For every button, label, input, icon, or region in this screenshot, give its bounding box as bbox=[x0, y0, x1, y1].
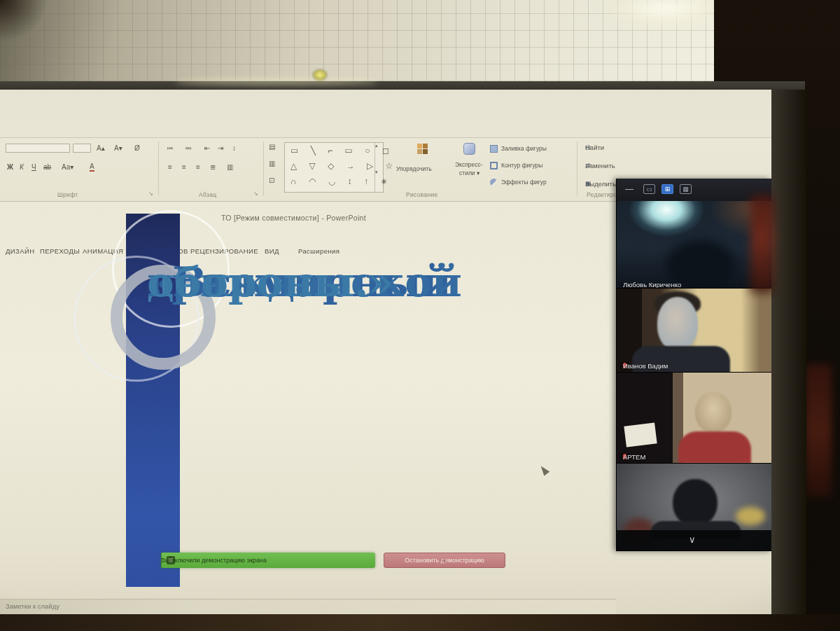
stop-share-label: Остановить демонстрацию bbox=[405, 557, 484, 564]
tab-transitions[interactable]: ПЕРЕХОДЫ bbox=[40, 247, 80, 255]
shape-outline-icon bbox=[490, 162, 498, 169]
video-panel-header: — ▭ ⊞ ▦ bbox=[617, 179, 772, 201]
shrink-font-button[interactable]: А▾ bbox=[114, 144, 122, 152]
arrange-button[interactable]: Упорядочить bbox=[396, 165, 432, 172]
participant-video[interactable]: АРТЕМ bbox=[617, 373, 772, 464]
participant-name: АРТЕМ bbox=[623, 453, 645, 461]
find-label: Найти bbox=[585, 144, 604, 151]
font-color-button[interactable]: А bbox=[90, 163, 94, 172]
participant-name-tag: Иванов Вадим bbox=[620, 362, 630, 369]
paragraph-group-label: Абзац bbox=[199, 191, 216, 198]
stop-share-button[interactable]: ■ Остановить демонстрацию bbox=[384, 553, 505, 568]
font-group-label: Шрифт bbox=[57, 191, 78, 198]
participant-name: Любовь Кириченко bbox=[623, 281, 681, 289]
shape-outline-button[interactable]: Контур фигуры bbox=[501, 162, 542, 169]
font-size-box[interactable] bbox=[73, 144, 91, 153]
zoom-video-panel: — ▭ ⊞ ▦ Любовь Кириченко Иванов Вадим bbox=[616, 179, 771, 551]
panel-pager-bar: ∨ bbox=[617, 530, 772, 551]
justify-button[interactable]: ≣ bbox=[210, 163, 216, 171]
shapes-gallery[interactable]: ▭ ╲ ⌐ ▭ ○ ◻ △ ▽ ◇ → ▷ ☆ ∩ ◠ ◡ ↕ ↑ ∗ ▴ ▾ bbox=[284, 142, 384, 193]
white-paper bbox=[624, 422, 657, 447]
change-case-button[interactable]: Аа▾ bbox=[62, 163, 74, 171]
align-left-button[interactable]: ≡ bbox=[168, 163, 172, 171]
align-text-icon[interactable]: ▥ bbox=[269, 160, 275, 167]
notes-button[interactable]: Заметки к слайду bbox=[6, 602, 59, 610]
yellow-object bbox=[736, 507, 765, 525]
status-bar bbox=[0, 599, 616, 615]
participant-video[interactable]: ∨ bbox=[617, 464, 772, 551]
gallery-view-icon[interactable]: ⊞ bbox=[662, 184, 673, 194]
quick-styles-button[interactable]: Экспресс- bbox=[455, 161, 483, 168]
columns-button[interactable]: ▥ bbox=[227, 163, 233, 171]
bullets-button[interactable]: ≔ bbox=[167, 144, 174, 152]
titlebar: ТО [Режим совместимости] - PowerPoint ? … bbox=[0, 105, 771, 122]
participant-face bbox=[657, 297, 698, 350]
gallery-more-icon[interactable]: ▾ bbox=[375, 169, 378, 175]
tab-design[interactable]: ДИЗАЙН bbox=[6, 247, 34, 255]
screen-sharing-banner: ▦ Вы включили демонстрацию экрана ‖ bbox=[161, 553, 375, 568]
font-dialog-launcher-icon[interactable]: ↘ bbox=[148, 190, 153, 197]
drawing-group-label: Рисование bbox=[406, 191, 438, 198]
speaker-view-icon[interactable]: ▭ bbox=[643, 184, 655, 194]
select-label: Выделить bbox=[585, 180, 616, 188]
slide-title-line: обороны.» bbox=[147, 247, 393, 319]
photo-of-laptop-screen: ТО [Режим совместимости] - PowerPoint ? … bbox=[0, 0, 840, 631]
align-right-button[interactable]: ≡ bbox=[196, 163, 200, 171]
gallery-up-icon[interactable]: ▴ bbox=[375, 143, 378, 148]
participant-name: Иванов Вадим bbox=[623, 362, 668, 370]
gallery-scroll[interactable]: ▴ ▾ bbox=[374, 143, 384, 192]
line-spacing-button[interactable]: ↕ bbox=[232, 144, 236, 152]
participant-red-shirt bbox=[678, 431, 751, 464]
participant-video[interactable]: Иванов Вадим bbox=[617, 289, 772, 373]
participant-name-tag: Любовь Кириченко bbox=[620, 284, 626, 285]
decrease-indent-button[interactable]: ⇤ bbox=[204, 144, 210, 152]
shape-effects-icon bbox=[490, 179, 498, 186]
italic-button[interactable]: К bbox=[20, 163, 24, 171]
participant-silhouette bbox=[673, 479, 718, 527]
underline-button[interactable]: Ч bbox=[31, 163, 36, 171]
shape-fill-button[interactable]: Заливка фигуры bbox=[501, 145, 547, 152]
smartart-icon[interactable]: ⊡ bbox=[269, 176, 274, 184]
chevron-down-icon[interactable]: ∨ bbox=[689, 534, 696, 545]
laptop-screen: ТО [Режим совместимости] - PowerPoint ? … bbox=[0, 0, 840, 631]
shape-effects-button[interactable]: Эффекты фигур bbox=[501, 179, 547, 186]
group-divider bbox=[158, 141, 159, 196]
font-name-box[interactable] bbox=[6, 144, 70, 153]
strikethrough-button[interactable]: ab bbox=[43, 163, 51, 171]
ribbon-tab-bar: ДИЗАЙН ПЕРЕХОДЫ АНИМАЦИЯ ПОКАЗ СЛАЙДОВ Р… bbox=[0, 122, 771, 138]
group-divider bbox=[577, 141, 578, 196]
bold-button[interactable]: Ж bbox=[7, 163, 13, 171]
window-title: ТО [Режим совместимости] - PowerPoint bbox=[221, 214, 366, 222]
clear-formatting-button[interactable]: Ø bbox=[134, 144, 140, 152]
pause-share-button[interactable]: ‖ bbox=[161, 553, 179, 568]
text-direction-icon[interactable]: ▤ bbox=[269, 143, 275, 151]
numbering-button[interactable]: ≕ bbox=[185, 144, 192, 152]
laptop-bottom-edge bbox=[0, 614, 840, 631]
participant-video[interactable]: Любовь Кириченко bbox=[617, 201, 772, 289]
arrange-icon bbox=[417, 144, 428, 154]
quick-styles-icon bbox=[463, 143, 475, 155]
grow-font-button[interactable]: А▴ bbox=[97, 144, 105, 152]
participant-name-tag: АРТЕМ bbox=[620, 453, 630, 460]
participant-face bbox=[695, 392, 732, 433]
panel-minimize-icon[interactable]: — bbox=[625, 184, 634, 194]
quick-styles-button-line2[interactable]: стили ▾ bbox=[459, 169, 479, 176]
increase-indent-button[interactable]: ⇥ bbox=[218, 144, 223, 152]
paragraph-dialog-launcher-icon[interactable]: ↘ bbox=[253, 190, 258, 197]
shape-fill-icon bbox=[490, 145, 498, 153]
align-center-button[interactable]: ≡ bbox=[182, 163, 186, 171]
replace-label: Заменить bbox=[585, 162, 615, 169]
red-reflection bbox=[750, 195, 774, 293]
laptop-right-bezel bbox=[771, 90, 806, 622]
grid-view-icon[interactable]: ▦ bbox=[680, 184, 692, 194]
group-divider bbox=[263, 141, 264, 196]
